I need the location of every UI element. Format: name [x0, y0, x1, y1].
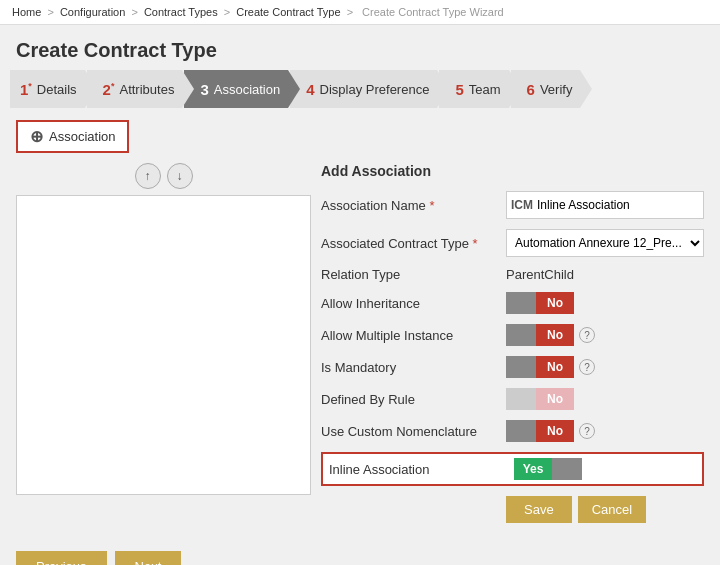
- step-1-label: Details: [37, 82, 77, 97]
- toggle-left-track5: [506, 420, 536, 442]
- step-2-number: 2*: [103, 81, 115, 98]
- association-header: ⊕ Association: [16, 120, 704, 153]
- association-btn-label: Association: [49, 129, 115, 144]
- relation-type-value: ParentChild: [506, 267, 574, 282]
- breadcrumb-home[interactable]: Home: [12, 6, 41, 18]
- allow-multiple-help-icon[interactable]: ?: [579, 327, 595, 343]
- sort-arrows: ↑ ↓: [16, 163, 311, 189]
- wizard-step-6[interactable]: 6 Verify: [511, 70, 581, 108]
- add-association-button[interactable]: ⊕ Association: [16, 120, 129, 153]
- toggle-right-track6: [552, 458, 582, 480]
- breadcrumb-configuration[interactable]: Configuration: [60, 6, 125, 18]
- allow-multiple-value[interactable]: No: [536, 324, 574, 346]
- wizard-step-5[interactable]: 5 Team: [439, 70, 508, 108]
- next-button[interactable]: Next: [115, 551, 182, 565]
- step-2-label: Attributes: [119, 82, 174, 97]
- wizard-step-3[interactable]: 3 Association: [184, 70, 288, 108]
- inline-association-row: Inline Association Yes: [321, 452, 704, 486]
- assoc-contract-label: Associated Contract Type *: [321, 236, 506, 251]
- breadcrumb: Home > Configuration > Contract Types > …: [0, 0, 720, 25]
- icm-prefix: ICM: [511, 198, 533, 212]
- step-5-label: Team: [469, 82, 501, 97]
- save-button[interactable]: Save: [506, 496, 572, 523]
- is-mandatory-toggle[interactable]: No: [506, 356, 574, 378]
- wizard-step-1[interactable]: 1* Details: [10, 70, 85, 108]
- wizard-step-2[interactable]: 2* Attributes: [87, 70, 183, 108]
- use-custom-row: Use Custom Nomenclature No ?: [321, 420, 704, 442]
- previous-button[interactable]: Previous: [16, 551, 107, 565]
- step-4-number: 4: [306, 81, 314, 98]
- assoc-name-input-wrap[interactable]: ICM: [506, 191, 704, 219]
- inline-assoc-toggle[interactable]: Yes: [514, 458, 582, 480]
- content-row: ↑ ↓ Add Association Association Name * I…: [16, 163, 704, 523]
- main-content: ⊕ Association ↑ ↓ Add Association Asso: [0, 120, 720, 539]
- allow-multiple-toggle[interactable]: No: [506, 324, 574, 346]
- relation-type-label: Relation Type: [321, 267, 506, 282]
- assoc-name-input[interactable]: [537, 198, 699, 212]
- allow-inheritance-label: Allow Inheritance: [321, 296, 506, 311]
- step-3-label: Association: [214, 82, 280, 97]
- toggle-left-track4: [506, 388, 536, 410]
- inline-assoc-label: Inline Association: [329, 462, 514, 477]
- breadcrumb-wizard: Create Contract Type Wizard: [362, 6, 504, 18]
- toggle-left-track: [506, 292, 536, 314]
- association-name-row: Association Name * ICM: [321, 191, 704, 219]
- allow-inheritance-row: Allow Inheritance No: [321, 292, 704, 314]
- sort-up-button[interactable]: ↑: [135, 163, 161, 189]
- assoc-contract-type-row: Associated Contract Type * Automation An…: [321, 229, 704, 257]
- form-actions: Save Cancel: [321, 496, 704, 523]
- breadcrumb-contract-types[interactable]: Contract Types: [144, 6, 218, 18]
- toggle-left-track2: [506, 324, 536, 346]
- sort-down-button[interactable]: ↓: [167, 163, 193, 189]
- cancel-button[interactable]: Cancel: [578, 496, 646, 523]
- relation-type-row: Relation Type ParentChild: [321, 267, 704, 282]
- wizard-steps-bar: 1* Details 2* Attributes 3 Association 4…: [0, 70, 720, 108]
- left-panel: ↑ ↓: [16, 163, 311, 523]
- use-custom-toggle[interactable]: No: [506, 420, 574, 442]
- use-custom-label: Use Custom Nomenclature: [321, 424, 506, 439]
- add-association-title: Add Association: [321, 163, 704, 179]
- is-mandatory-row: Is Mandatory No ?: [321, 356, 704, 378]
- step-6-number: 6: [527, 81, 535, 98]
- step-4-label: Display Preference: [320, 82, 430, 97]
- assoc-name-label: Association Name *: [321, 198, 506, 213]
- right-panel: Add Association Association Name * ICM A…: [321, 163, 704, 523]
- defined-by-rule-toggle[interactable]: No: [506, 388, 574, 410]
- up-arrow-icon: ↑: [145, 169, 151, 183]
- allow-inheritance-value[interactable]: No: [536, 292, 574, 314]
- defined-by-rule-label: Defined By Rule: [321, 392, 506, 407]
- down-arrow-icon: ↓: [177, 169, 183, 183]
- defined-by-rule-value[interactable]: No: [536, 388, 574, 410]
- inline-assoc-yes[interactable]: Yes: [514, 458, 552, 480]
- is-mandatory-help-icon[interactable]: ?: [579, 359, 595, 375]
- step-5-number: 5: [455, 81, 463, 98]
- allow-multiple-label: Allow Multiple Instance: [321, 328, 506, 343]
- toggle-left-track3: [506, 356, 536, 378]
- page-title: Create Contract Type: [0, 25, 720, 70]
- use-custom-help-icon[interactable]: ?: [579, 423, 595, 439]
- breadcrumb-create-contract-type[interactable]: Create Contract Type: [236, 6, 340, 18]
- step-1-number: 1*: [20, 81, 32, 98]
- step-6-label: Verify: [540, 82, 573, 97]
- step-3-number: 3: [200, 81, 208, 98]
- assoc-contract-select[interactable]: Automation Annexure 12_Pre...: [507, 230, 703, 256]
- plus-icon: ⊕: [30, 127, 43, 146]
- bottom-navigation: Previous Next: [0, 539, 720, 565]
- allow-multiple-row: Allow Multiple Instance No ?: [321, 324, 704, 346]
- allow-inheritance-toggle[interactable]: No: [506, 292, 574, 314]
- is-mandatory-label: Is Mandatory: [321, 360, 506, 375]
- assoc-contract-select-wrap[interactable]: Automation Annexure 12_Pre...: [506, 229, 704, 257]
- is-mandatory-value[interactable]: No: [536, 356, 574, 378]
- use-custom-value[interactable]: No: [536, 420, 574, 442]
- association-list-box[interactable]: [16, 195, 311, 495]
- wizard-step-4[interactable]: 4 Display Preference: [290, 70, 437, 108]
- defined-by-rule-row: Defined By Rule No: [321, 388, 704, 410]
